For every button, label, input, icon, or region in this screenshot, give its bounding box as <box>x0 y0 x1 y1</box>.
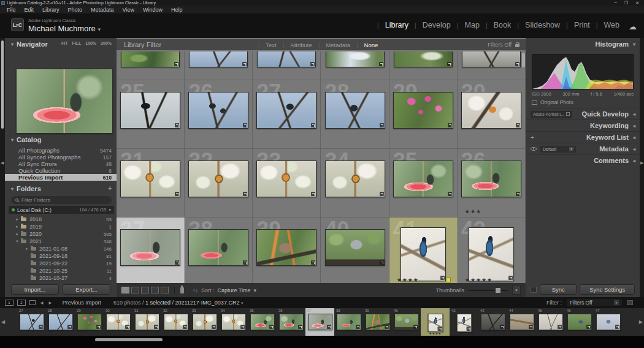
lock-icon[interactable] <box>515 44 519 47</box>
filmstrip-thumbnail-cell[interactable]: 32 <box>161 308 190 336</box>
filmstrip-thumbnail-cell[interactable]: 44 <box>507 308 536 336</box>
photo-thumbnail[interactable] <box>539 314 563 330</box>
filmstrip-thumbnail-cell[interactable]: 40 <box>392 308 421 336</box>
photo-thumbnail[interactable] <box>250 314 275 330</box>
grid-cell[interactable]: 37 <box>117 218 185 283</box>
folder-row[interactable]: ▸ 2020 595 <box>5 230 117 238</box>
photo-thumbnail[interactable] <box>120 229 180 266</box>
menu-item[interactable]: Metadata <box>86 7 118 13</box>
user-name[interactable]: Michael Muchmore <box>28 24 101 33</box>
folder-row[interactable]: ▸ 2018 53 <box>5 216 117 223</box>
people-view-icon[interactable] <box>161 287 169 293</box>
go-back-icon[interactable]: ◄ <box>39 300 44 306</box>
primary-monitor-icon[interactable]: 1 <box>5 300 13 306</box>
photo-thumbnail[interactable] <box>221 314 246 330</box>
color-label-swatch[interactable] <box>446 278 451 282</box>
toolbar-options-dropdown[interactable] <box>512 286 521 295</box>
grid-cell[interactable] <box>253 51 321 80</box>
grid-cell[interactable]: 41 ★★★★ <box>389 218 458 283</box>
filmstrip-scroll-left-icon[interactable]: ◀ <box>1 319 5 325</box>
compare-view-icon[interactable] <box>141 287 149 293</box>
filter-option[interactable]: Attribute <box>284 42 318 48</box>
secondary-monitor-icon[interactable]: 2 <box>17 300 26 306</box>
sort-direction-icon[interactable]: ↑↓ <box>193 287 198 293</box>
photo-thumbnail[interactable] <box>325 92 385 129</box>
filmstrip-thumbnail-cell[interactable]: 41 ★★★★ <box>421 308 450 336</box>
filter-toggle-icon[interactable] <box>627 300 633 305</box>
photo-thumbnail[interactable] <box>469 227 514 281</box>
module-tab[interactable]: Book <box>488 21 518 29</box>
photo-thumbnail[interactable] <box>325 161 385 197</box>
grid-view-icon[interactable] <box>121 287 129 293</box>
menu-item[interactable]: Photo <box>64 7 87 13</box>
keywording-header[interactable]: Keywording <box>526 119 640 131</box>
collapse-right-panel-icon[interactable]: ▶ <box>640 161 643 165</box>
add-folder-icon[interactable]: + <box>108 185 112 192</box>
catalog-source-row[interactable]: Previous Import 610 <box>5 174 117 181</box>
filter-option[interactable]: Text <box>259 42 282 48</box>
zoom-option[interactable]: FILL <box>72 41 81 45</box>
grid-view-shortcut-icon[interactable] <box>29 300 36 305</box>
photo-thumbnail[interactable] <box>20 314 44 330</box>
slider-thumb[interactable] <box>496 288 500 293</box>
filmstrip-thumbnail-cell[interactable]: 33 <box>190 308 219 336</box>
photo-thumbnail[interactable] <box>510 314 534 330</box>
expand-caret-icon[interactable]: ▾ <box>15 239 20 244</box>
menu-item[interactable]: Help <box>167 7 187 13</box>
photo-thumbnail[interactable] <box>193 314 217 330</box>
quick-develop-header[interactable]: Adobe Portrait L.. Quick Develop <box>526 108 640 119</box>
keyword-list-header[interactable]: + Keyword List <box>526 131 640 143</box>
grid-cell[interactable]: 26 <box>185 80 253 149</box>
photo-thumbnail[interactable] <box>427 314 443 332</box>
sync-checkbox[interactable] <box>531 287 537 293</box>
histogram-graph[interactable] <box>532 54 634 89</box>
expand-caret-icon[interactable]: ▸ <box>25 246 29 251</box>
photo-thumbnail[interactable] <box>77 314 102 330</box>
grid-cell[interactable]: 31 <box>117 149 185 218</box>
navigator-header[interactable]: Navigator FITFILL100%300% <box>5 38 117 50</box>
left-panel-scrollbar[interactable] <box>1 40 4 129</box>
photo-thumbnail[interactable] <box>481 314 505 330</box>
filmstrip-scroll-right-icon[interactable]: ▶ <box>639 319 643 325</box>
go-forward-icon[interactable]: ► <box>48 300 53 306</box>
photo-thumbnail[interactable] <box>394 314 419 330</box>
photo-thumbnail[interactable] <box>188 229 248 266</box>
folder-row[interactable]: 2021-09-18 81 <box>5 252 117 260</box>
filmstrip-thumbnail-cell[interactable]: 47 <box>594 308 623 336</box>
grid-cell[interactable] <box>389 51 458 80</box>
grid-cell[interactable] <box>458 51 526 80</box>
photo-thumbnail[interactable] <box>401 227 446 281</box>
photo-thumbnail[interactable] <box>120 161 180 197</box>
grid-cell[interactable] <box>321 51 389 80</box>
filmstrip-thumbnail-cell[interactable]: 27 <box>17 308 46 336</box>
grid-cell[interactable]: 29 <box>389 80 458 149</box>
filmstrip-horizontal-scrollbar[interactable] <box>95 338 163 341</box>
sync-settings-button[interactable]: Sync Settings <box>580 284 635 295</box>
photo-thumbnail[interactable] <box>462 51 521 67</box>
grid-cell[interactable]: 33 <box>253 149 321 218</box>
survey-view-icon[interactable] <box>151 287 159 293</box>
photo-thumbnail[interactable] <box>461 92 521 129</box>
minimize-button[interactable]: ─ <box>614 1 617 6</box>
filmstrip-thumbnail-cell[interactable]: 31 <box>132 308 161 336</box>
filmstrip-source[interactable]: Previous Import <box>63 300 101 306</box>
zoom-option[interactable]: 100% <box>85 41 96 45</box>
painter-tool-icon[interactable] <box>180 287 184 293</box>
star-rating[interactable]: ★★★★ <box>397 277 419 283</box>
grid-cell[interactable]: 34 <box>321 149 389 218</box>
folder-row[interactable]: ▸ 2021-01-08 146 <box>5 245 117 252</box>
cloud-sync-icon[interactable]: ☁ <box>629 22 637 31</box>
photo-thumbnail[interactable] <box>256 92 316 129</box>
filmstrip-status[interactable]: 610 photos / 1 selected / 20211217-IMG_0… <box>113 300 243 306</box>
photo-thumbnail[interactable] <box>120 92 180 129</box>
photo-thumbnail[interactable] <box>326 51 385 67</box>
photo-thumbnail[interactable] <box>257 51 316 67</box>
photo-thumbnail[interactable] <box>393 161 453 197</box>
sync-button[interactable]: Sync <box>540 284 577 295</box>
close-button[interactable]: ✕ <box>635 1 639 6</box>
photo-thumbnail[interactable] <box>164 314 188 330</box>
expand-caret-icon[interactable]: ▸ <box>15 232 20 236</box>
photo-thumbnail[interactable] <box>393 92 453 129</box>
photo-thumbnail[interactable] <box>325 229 385 266</box>
catalog-source-row[interactable]: All Sync Errors 48 <box>5 161 117 167</box>
